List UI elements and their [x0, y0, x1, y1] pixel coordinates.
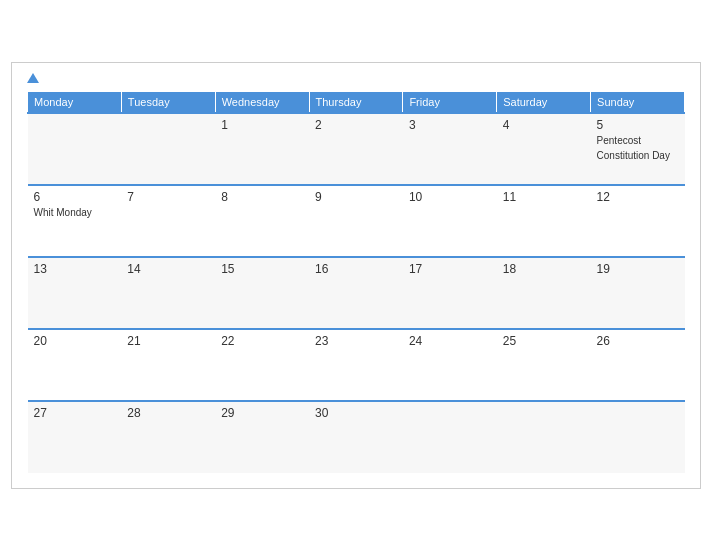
day-number: 8 — [221, 190, 303, 204]
day-number: 7 — [127, 190, 209, 204]
calendar-cell: 9 — [309, 185, 403, 257]
calendar-header-row: MondayTuesdayWednesdayThursdayFridaySatu… — [28, 91, 685, 113]
calendar-cell: 29 — [215, 401, 309, 473]
day-number: 14 — [127, 262, 209, 276]
calendar-cell: 27 — [28, 401, 122, 473]
calendar-cell: 6Whit Monday — [28, 185, 122, 257]
event-text: Constitution Day — [597, 149, 679, 162]
day-number: 21 — [127, 334, 209, 348]
day-number: 26 — [597, 334, 679, 348]
column-header-tuesday: Tuesday — [121, 91, 215, 113]
column-header-monday: Monday — [28, 91, 122, 113]
calendar-cell: 26 — [591, 329, 685, 401]
week-row-2: 6Whit Monday789101112 — [28, 185, 685, 257]
calendar-cell: 5PentecostConstitution Day — [591, 113, 685, 185]
column-header-friday: Friday — [403, 91, 497, 113]
calendar-cell: 4 — [497, 113, 591, 185]
column-header-thursday: Thursday — [309, 91, 403, 113]
calendar-grid: MondayTuesdayWednesdayThursdayFridaySatu… — [27, 91, 685, 473]
calendar-cell: 17 — [403, 257, 497, 329]
week-row-3: 13141516171819 — [28, 257, 685, 329]
day-number: 30 — [315, 406, 397, 420]
day-number: 20 — [34, 334, 116, 348]
day-number: 3 — [409, 118, 491, 132]
day-number: 9 — [315, 190, 397, 204]
day-number: 24 — [409, 334, 491, 348]
calendar-cell: 3 — [403, 113, 497, 185]
calendar-cell: 10 — [403, 185, 497, 257]
calendar-cell: 11 — [497, 185, 591, 257]
calendar-cell — [121, 113, 215, 185]
day-number: 29 — [221, 406, 303, 420]
day-number: 11 — [503, 190, 585, 204]
day-number: 6 — [34, 190, 116, 204]
calendar-cell: 20 — [28, 329, 122, 401]
logo-triangle-icon — [27, 73, 39, 83]
calendar-cell: 8 — [215, 185, 309, 257]
column-header-sunday: Sunday — [591, 91, 685, 113]
calendar-header — [27, 73, 685, 83]
calendar-cell: 2 — [309, 113, 403, 185]
calendar-cell: 23 — [309, 329, 403, 401]
calendar-cell: 15 — [215, 257, 309, 329]
calendar-container: MondayTuesdayWednesdayThursdayFridaySatu… — [11, 62, 701, 489]
calendar-cell: 12 — [591, 185, 685, 257]
calendar-cell: 1 — [215, 113, 309, 185]
logo-blue-text — [27, 73, 41, 83]
day-number: 13 — [34, 262, 116, 276]
day-number: 2 — [315, 118, 397, 132]
event-text: Pentecost — [597, 134, 679, 147]
day-number: 27 — [34, 406, 116, 420]
calendar-cell: 28 — [121, 401, 215, 473]
calendar-cell: 21 — [121, 329, 215, 401]
calendar-cell — [28, 113, 122, 185]
event-text: Whit Monday — [34, 206, 116, 219]
day-number: 22 — [221, 334, 303, 348]
day-number: 12 — [597, 190, 679, 204]
week-row-5: 27282930 — [28, 401, 685, 473]
calendar-cell: 24 — [403, 329, 497, 401]
calendar-cell: 14 — [121, 257, 215, 329]
calendar-cell: 22 — [215, 329, 309, 401]
day-number: 28 — [127, 406, 209, 420]
calendar-cell — [403, 401, 497, 473]
calendar-cell: 16 — [309, 257, 403, 329]
week-row-1: 12345PentecostConstitution Day — [28, 113, 685, 185]
calendar-cell: 18 — [497, 257, 591, 329]
day-number: 25 — [503, 334, 585, 348]
column-header-wednesday: Wednesday — [215, 91, 309, 113]
logo — [27, 73, 41, 83]
day-number: 1 — [221, 118, 303, 132]
column-header-saturday: Saturday — [497, 91, 591, 113]
day-number: 5 — [597, 118, 679, 132]
calendar-cell: 13 — [28, 257, 122, 329]
day-number: 10 — [409, 190, 491, 204]
calendar-cell: 7 — [121, 185, 215, 257]
calendar-cell: 19 — [591, 257, 685, 329]
calendar-cell — [497, 401, 591, 473]
calendar-cell: 25 — [497, 329, 591, 401]
day-number: 16 — [315, 262, 397, 276]
day-number: 23 — [315, 334, 397, 348]
day-number: 18 — [503, 262, 585, 276]
calendar-cell: 30 — [309, 401, 403, 473]
calendar-cell — [591, 401, 685, 473]
day-number: 17 — [409, 262, 491, 276]
day-number: 19 — [597, 262, 679, 276]
day-number: 15 — [221, 262, 303, 276]
day-number: 4 — [503, 118, 585, 132]
week-row-4: 20212223242526 — [28, 329, 685, 401]
